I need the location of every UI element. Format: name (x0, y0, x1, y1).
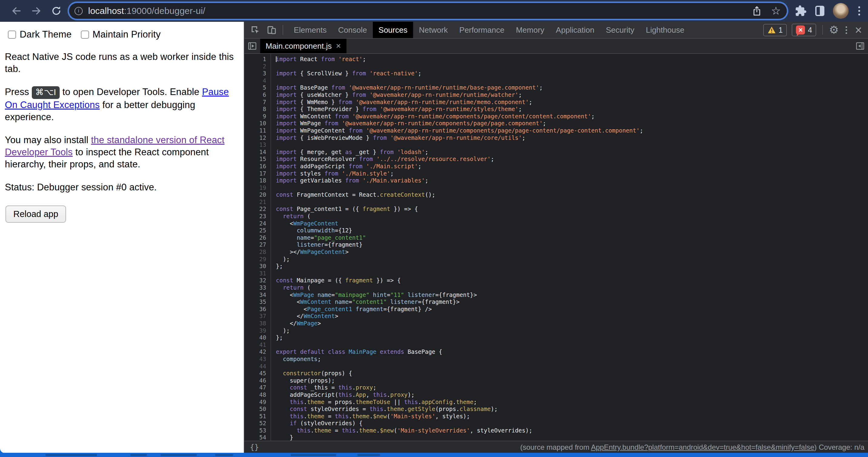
devtools-tab-lighthouse[interactable]: Lighthouse (640, 22, 690, 38)
line-number-51[interactable]: 51 (244, 413, 271, 420)
show-navigator-icon[interactable] (244, 39, 260, 53)
line-number-5[interactable]: 5 (244, 84, 271, 91)
line-number-29[interactable]: 29 (244, 256, 271, 263)
site-info-icon[interactable]: i (74, 7, 83, 15)
back-button[interactable] (10, 5, 23, 17)
devtools-tab-application[interactable]: Application (550, 22, 600, 38)
show-debugger-sidebar-icon[interactable] (852, 39, 868, 53)
line-number-31[interactable]: 31 (244, 270, 271, 277)
pretty-print-icon[interactable]: {} (244, 443, 265, 452)
line-number-20[interactable]: 20 (244, 191, 271, 199)
devtools-close-icon[interactable]: × (854, 24, 863, 36)
bookmark-star-icon[interactable]: ☆ (771, 5, 781, 17)
code-line-20: const FragmentContext = React.createCont… (276, 191, 868, 199)
line-number-42[interactable]: 42 (244, 348, 271, 356)
line-number-13[interactable]: 13 (244, 141, 271, 149)
dark-theme-checkbox[interactable] (8, 31, 16, 39)
line-number-3[interactable]: 3 (244, 70, 271, 77)
dark-theme-label[interactable]: Dark Theme (20, 29, 72, 40)
line-number-34[interactable]: 34 (244, 291, 271, 299)
line-number-10[interactable]: 10 (244, 120, 271, 127)
devtools-tab-performance[interactable]: Performance (454, 22, 510, 38)
line-number-26[interactable]: 26 (244, 234, 271, 241)
line-number-14[interactable]: 14 (244, 149, 271, 156)
forward-button[interactable] (30, 5, 42, 17)
line-number-16[interactable]: 16 (244, 163, 271, 170)
url-bar[interactable]: i localhost:19000/debugger-ui/ ☆ (69, 3, 787, 19)
line-number-22[interactable]: 22 (244, 205, 271, 213)
file-tab-close-icon[interactable]: × (336, 41, 341, 51)
line-number-35[interactable]: 35 (244, 298, 271, 306)
line-number-27[interactable]: 27 (244, 241, 271, 249)
reload-app-button[interactable]: Reload app (5, 205, 66, 223)
line-number-40[interactable]: 40 (244, 334, 271, 341)
line-number-37[interactable]: 37 (244, 313, 271, 320)
omnibox-actions: ☆ (752, 5, 781, 17)
line-number-8[interactable]: 8 (244, 106, 271, 113)
line-number-19[interactable]: 19 (244, 184, 271, 192)
devtools-tab-elements[interactable]: Elements (288, 22, 332, 38)
line-number-45[interactable]: 45 (244, 370, 271, 377)
line-number-44[interactable]: 44 (244, 363, 271, 370)
line-number-18[interactable]: 18 (244, 177, 271, 184)
line-number-30[interactable]: 30 (244, 263, 271, 270)
line-number-41[interactable]: 41 (244, 341, 271, 349)
maintain-priority-checkbox[interactable] (81, 31, 89, 39)
line-number-49[interactable]: 49 (244, 399, 271, 406)
code-line-26: name="page_content1" (276, 234, 868, 241)
line-number-38[interactable]: 38 (244, 320, 271, 327)
line-number-17[interactable]: 17 (244, 170, 271, 177)
devtools-tab-network[interactable]: Network (413, 22, 454, 38)
code-editor[interactable]: 1234567891011121314151617181920212223242… (244, 54, 868, 440)
line-number-33[interactable]: 33 (244, 284, 271, 291)
warnings-badge[interactable]: 1 (763, 24, 787, 36)
line-number-39[interactable]: 39 (244, 327, 271, 334)
maintain-priority-label[interactable]: Maintain Priority (93, 29, 161, 40)
line-number-6[interactable]: 6 (244, 91, 271, 99)
line-number-28[interactable]: 28 (244, 249, 271, 256)
profile-avatar[interactable] (833, 3, 848, 19)
line-number-54[interactable]: 54 (244, 434, 271, 440)
file-tab-main-component[interactable]: Main.component.js × (260, 39, 346, 53)
line-number-25[interactable]: 25 (244, 227, 271, 234)
line-number-2[interactable]: 2 (244, 63, 271, 70)
share-icon[interactable] (752, 5, 762, 17)
line-number-15[interactable]: 15 (244, 156, 271, 163)
line-number-32[interactable]: 32 (244, 277, 271, 284)
line-number-50[interactable]: 50 (244, 405, 271, 413)
browser-menu-icon[interactable] (857, 5, 861, 17)
line-number-7[interactable]: 7 (244, 99, 271, 106)
line-number-36[interactable]: 36 (244, 306, 271, 313)
errors-badge[interactable]: × 4 (792, 24, 816, 36)
inspect-element-icon[interactable] (249, 23, 262, 37)
source-map-link[interactable]: AppEntry.bundle?platform=android&dev=tru… (591, 443, 814, 451)
devtools-tab-security[interactable]: Security (600, 22, 640, 38)
devtools-tab-console[interactable]: Console (332, 22, 373, 38)
debugger-page: Dark Theme Maintain Priority React Nativ… (0, 22, 244, 453)
line-number-9[interactable]: 9 (244, 113, 271, 120)
line-number-21[interactable]: 21 (244, 199, 271, 206)
line-number-23[interactable]: 23 (244, 213, 271, 220)
line-number-4[interactable]: 4 (244, 77, 271, 85)
devtools-tab-memory[interactable]: Memory (510, 22, 550, 38)
line-number-52[interactable]: 52 (244, 420, 271, 427)
line-number-1[interactable]: 1 (244, 56, 271, 63)
devtools-menu-icon[interactable] (844, 25, 849, 35)
settings-gear-icon[interactable]: ⚙ (829, 25, 839, 35)
line-number-43[interactable]: 43 (244, 356, 271, 363)
line-number-12[interactable]: 12 (244, 134, 271, 142)
source-map-suffix: ) Coverage: n/a (814, 443, 864, 451)
line-number-53[interactable]: 53 (244, 427, 271, 434)
line-number-47[interactable]: 47 (244, 384, 271, 391)
code-line-4 (276, 77, 868, 85)
line-number-24[interactable]: 24 (244, 220, 271, 227)
line-number-11[interactable]: 11 (244, 127, 271, 134)
devtools-tab-sources[interactable]: Sources (373, 22, 413, 38)
line-number-48[interactable]: 48 (244, 391, 271, 399)
line-number-46[interactable]: 46 (244, 377, 271, 384)
device-toolbar-icon[interactable] (265, 23, 278, 37)
code-line-41 (276, 341, 868, 349)
extensions-puzzle-icon[interactable] (795, 5, 807, 17)
side-panel-icon[interactable] (815, 6, 825, 16)
reload-button[interactable] (50, 5, 62, 17)
